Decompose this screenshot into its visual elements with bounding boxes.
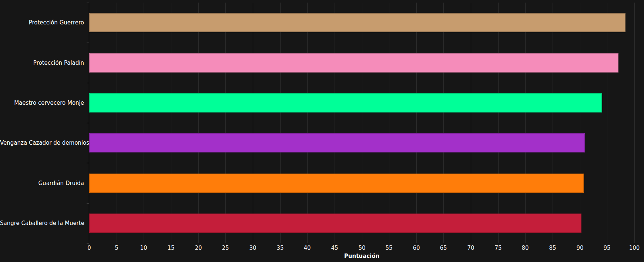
x-tick-label: 85 bbox=[541, 245, 564, 251]
x-gridline bbox=[198, 3, 199, 243]
x-tick-label: 10 bbox=[133, 245, 155, 251]
x-tick-label: 60 bbox=[405, 245, 427, 251]
x-gridline bbox=[389, 3, 389, 243]
x-gridline bbox=[171, 3, 171, 243]
x-tick-label: 55 bbox=[378, 245, 400, 251]
x-tick-label: 40 bbox=[296, 245, 318, 251]
bar-guardi-n-druida[interactable] bbox=[89, 174, 584, 193]
x-gridline bbox=[580, 3, 580, 243]
x-gridline bbox=[362, 3, 362, 243]
category-tick bbox=[87, 83, 89, 83]
x-gridline bbox=[117, 3, 117, 243]
x-tick-label: 25 bbox=[214, 245, 237, 251]
category-tick bbox=[87, 203, 89, 204]
bar-protecci-n-guerrero[interactable] bbox=[89, 13, 625, 32]
x-tick-label: 90 bbox=[569, 245, 591, 251]
category-tick bbox=[87, 3, 89, 3]
x-tick-label: 80 bbox=[514, 245, 536, 251]
x-gridline bbox=[607, 3, 607, 243]
x-gridline bbox=[335, 3, 335, 243]
x-tick-label: 65 bbox=[432, 245, 455, 251]
x-tick-label: 35 bbox=[269, 245, 291, 251]
x-gridline bbox=[280, 3, 281, 243]
category-label: Sangre Caballero de la Muerte bbox=[0, 219, 84, 227]
tank-score-bar-chart: Puntuación Protección GuerreroProtección… bbox=[0, 0, 644, 262]
x-tick-label: 100 bbox=[623, 245, 644, 251]
x-gridline bbox=[553, 3, 553, 243]
category-tick bbox=[87, 43, 89, 43]
bar-sangre-caballero-de-la-muerte[interactable] bbox=[89, 214, 581, 233]
x-tick-label: 20 bbox=[187, 245, 209, 251]
x-gridline bbox=[416, 3, 417, 243]
x-gridline bbox=[307, 3, 308, 243]
category-label: Guardián Druida bbox=[0, 179, 84, 187]
x-tick-label: 45 bbox=[323, 245, 346, 251]
bar-maestro-cervecero-monje[interactable] bbox=[89, 93, 602, 112]
x-tick-label: 70 bbox=[460, 245, 482, 251]
x-tick-label: 75 bbox=[487, 245, 509, 251]
x-tick-label: 0 bbox=[78, 245, 100, 251]
x-tick-label: 5 bbox=[105, 245, 128, 251]
x-gridline bbox=[498, 3, 499, 243]
x-gridline bbox=[144, 3, 144, 243]
x-tick-label: 30 bbox=[242, 245, 264, 251]
x-gridline bbox=[634, 3, 635, 243]
x-gridline bbox=[471, 3, 471, 243]
category-tick bbox=[87, 243, 89, 243]
category-tick bbox=[87, 123, 89, 123]
x-gridline bbox=[443, 3, 444, 243]
category-label: Maestro cervecero Monje bbox=[0, 99, 84, 107]
category-label: Protección Paladín bbox=[0, 59, 84, 67]
plot-area bbox=[89, 3, 634, 243]
x-tick-label: 50 bbox=[351, 245, 373, 251]
x-gridline bbox=[225, 3, 226, 243]
x-gridline bbox=[253, 3, 253, 243]
category-tick bbox=[87, 163, 89, 163]
x-tick-label: 15 bbox=[160, 245, 182, 251]
bar-venganza-cazador-de-demonios[interactable] bbox=[89, 133, 585, 152]
x-gridline bbox=[525, 3, 526, 243]
category-label: Venganza Cazador de demonios bbox=[0, 139, 84, 147]
bar-protecci-n-palad-n[interactable] bbox=[89, 53, 618, 73]
x-tick-label: 95 bbox=[596, 245, 618, 251]
category-label: Protección Guerrero bbox=[0, 19, 84, 26]
x-axis-title: Puntuación bbox=[89, 253, 634, 259]
